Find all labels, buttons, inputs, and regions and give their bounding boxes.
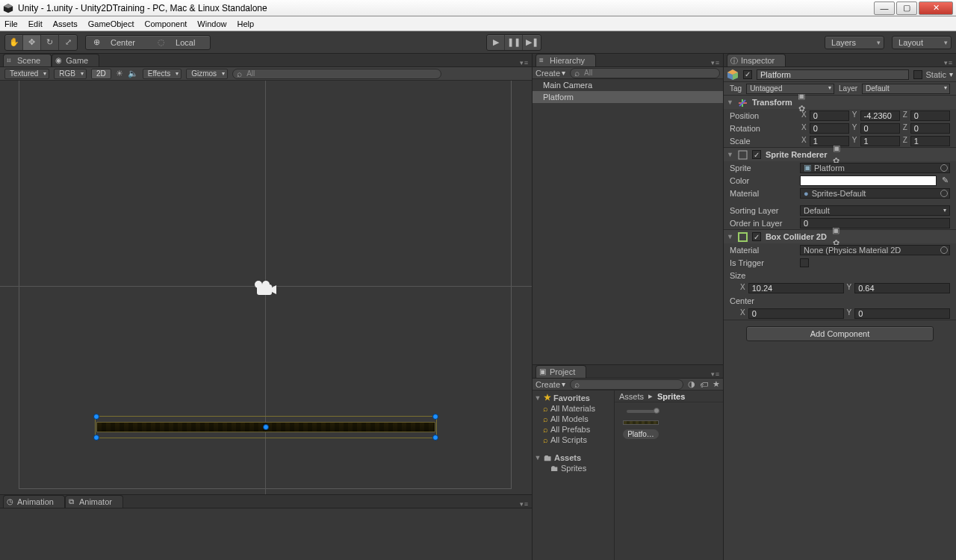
bottom-tab-menu-icon[interactable]: ▾≡ (520, 500, 529, 508)
light-icon[interactable]: ☀ (116, 69, 123, 78)
pause-button[interactable]: ❚❚ (505, 35, 523, 50)
rot-x-input[interactable]: 0 (810, 123, 849, 134)
size-x-input[interactable]: 10.24 (748, 283, 844, 293)
center-y-input[interactable]: 0 (854, 308, 950, 319)
fav-all-prefabs[interactable]: All Prefabs (550, 425, 590, 434)
asset-platform[interactable]: Platfo… (622, 417, 659, 439)
assets-header[interactable]: Assets (554, 453, 581, 462)
rot-z-input[interactable]: 0 (910, 123, 950, 134)
layer-dropdown[interactable]: Default (862, 84, 950, 94)
tab-scene[interactable]: ⌗Scene (3, 54, 52, 66)
audio-icon[interactable]: 🔈 (128, 69, 138, 78)
rotate-tool-button[interactable]: ↻ (41, 35, 59, 50)
boxcollider-enabled-checkbox[interactable] (752, 232, 761, 241)
tag-dropdown[interactable]: Untagged (746, 84, 834, 94)
play-button[interactable]: ▶ (487, 35, 505, 50)
pos-y-input[interactable]: -4.2360 (860, 111, 900, 121)
asset-zoom-slider[interactable] (627, 410, 659, 413)
gizmos-dropdown[interactable]: Gizmos (186, 69, 228, 79)
object-picker-icon[interactable] (940, 164, 948, 172)
object-picker-icon[interactable] (940, 190, 948, 197)
eyedropper-icon[interactable]: ✎ (940, 175, 950, 186)
add-component-button[interactable]: Add Component (746, 326, 934, 341)
hierarchy-search-input[interactable]: All (570, 68, 720, 78)
object-picker-icon[interactable] (940, 246, 948, 254)
istrigger-checkbox[interactable] (800, 258, 809, 267)
size-y-input[interactable]: 0.64 (854, 283, 950, 293)
tab-game[interactable]: ◉Game (52, 54, 99, 66)
hierarchy-list[interactable]: Main Camera Platform (533, 79, 723, 364)
hierarchy-tab-menu-icon[interactable]: ▾≡ (711, 59, 720, 66)
menu-file[interactable]: File (4, 19, 18, 28)
help-icon[interactable]: ▣ (831, 143, 841, 153)
spriterenderer-header[interactable]: ▼ Sprite Renderer ▣✿ (724, 148, 956, 161)
pivot-mode-button[interactable]: ⊕ Center (86, 37, 150, 47)
hand-tool-button[interactable]: ✋ (5, 35, 23, 50)
sprite-field[interactable]: ▣Platform (800, 163, 950, 173)
layout-dropdown[interactable]: Layout (892, 36, 952, 49)
handle-bottom-right[interactable] (432, 435, 438, 441)
tab-hierarchy[interactable]: ≡Hierarchy (536, 54, 596, 66)
handle-top-left[interactable] (93, 414, 99, 420)
fav-all-materials[interactable]: All Materials (550, 404, 595, 413)
2d-toggle-button[interactable]: 2D (91, 69, 111, 79)
minimize-button[interactable]: — (874, 1, 895, 15)
menu-edit[interactable]: Edit (28, 19, 43, 28)
menu-assets[interactable]: Assets (53, 19, 78, 28)
fold-assets[interactable]: ▼ (534, 454, 541, 461)
inspector-tab-menu-icon[interactable]: ▾≡ (944, 59, 953, 66)
search-by-label-icon[interactable]: 🏷 (700, 380, 708, 389)
boxcollider-header[interactable]: ▼ Box Collider 2D ▣✿ (724, 230, 956, 243)
scene-search-input[interactable]: All (232, 69, 441, 79)
gameobject-cube-icon[interactable] (727, 69, 739, 81)
tab-project[interactable]: ▣Project (536, 365, 586, 378)
hierarchy-create-button[interactable]: Create ▾ (536, 69, 565, 78)
material-field[interactable]: ●Sprites-Default (800, 188, 950, 199)
close-button[interactable]: ✕ (919, 1, 953, 15)
static-checkbox[interactable] (913, 70, 922, 79)
space-mode-button[interactable]: ◌ Local (150, 37, 210, 47)
save-search-icon[interactable]: ★ (713, 379, 720, 389)
favorites-header[interactable]: Favorites (553, 393, 590, 402)
static-label[interactable]: Static (925, 70, 946, 79)
fav-all-models[interactable]: All Models (550, 414, 589, 423)
tab-animator[interactable]: ⧉Animator (65, 495, 123, 508)
tab-animation[interactable]: ◷Animation (3, 495, 65, 508)
effects-dropdown[interactable]: Effects (143, 69, 181, 79)
pos-x-input[interactable]: 0 (810, 111, 849, 121)
menu-gameobject[interactable]: GameObject (88, 19, 134, 28)
move-tool-button[interactable]: ✥ (23, 35, 41, 50)
hierarchy-item-platform[interactable]: Platform (533, 91, 723, 103)
physmat-field[interactable]: None (Physics Material 2D (800, 245, 950, 255)
gameobject-name-input[interactable]: Platform (757, 69, 909, 80)
sortlayer-dropdown[interactable]: Default▾ (800, 205, 950, 216)
search-by-type-icon[interactable]: ◑ (688, 379, 695, 389)
color-field[interactable] (800, 175, 937, 186)
project-search-input[interactable] (570, 379, 683, 390)
handle-top-right[interactable] (432, 414, 438, 420)
spriterenderer-enabled-checkbox[interactable] (752, 150, 761, 159)
project-create-button[interactable]: Create ▾ (536, 380, 565, 389)
maximize-button[interactable]: ▢ (896, 1, 917, 15)
fold-favorites[interactable]: ▼ (534, 394, 541, 402)
scene-viewport[interactable] (0, 81, 532, 494)
handle-center[interactable] (263, 424, 269, 430)
asset-grid[interactable]: Platfo… (615, 402, 723, 560)
center-x-input[interactable]: 0 (748, 308, 844, 319)
scale-tool-button[interactable]: ⤢ (59, 35, 77, 50)
handle-bottom-left[interactable] (93, 435, 99, 441)
transform-header[interactable]: ▼ Transform ▣✿ (724, 96, 956, 109)
scene-tab-menu-icon[interactable]: ▾≡ (520, 59, 529, 66)
help-icon[interactable]: ▣ (831, 225, 841, 235)
hierarchy-item-main-camera[interactable]: Main Camera (533, 79, 723, 91)
active-checkbox[interactable] (743, 70, 752, 79)
menu-component[interactable]: Component (144, 19, 187, 28)
fav-all-scripts[interactable]: All Scripts (550, 435, 587, 444)
shading-dropdown[interactable]: Textured (4, 69, 49, 79)
rot-y-input[interactable]: 0 (860, 123, 900, 134)
pos-z-input[interactable]: 0 (910, 111, 950, 121)
project-tree[interactable]: ▼★Favorites ⌕All Materials ⌕All Models ⌕… (533, 391, 615, 560)
camera-gizmo-icon[interactable] (251, 280, 276, 298)
menu-window[interactable]: Window (197, 19, 226, 28)
folder-sprites[interactable]: Sprites (561, 464, 586, 473)
